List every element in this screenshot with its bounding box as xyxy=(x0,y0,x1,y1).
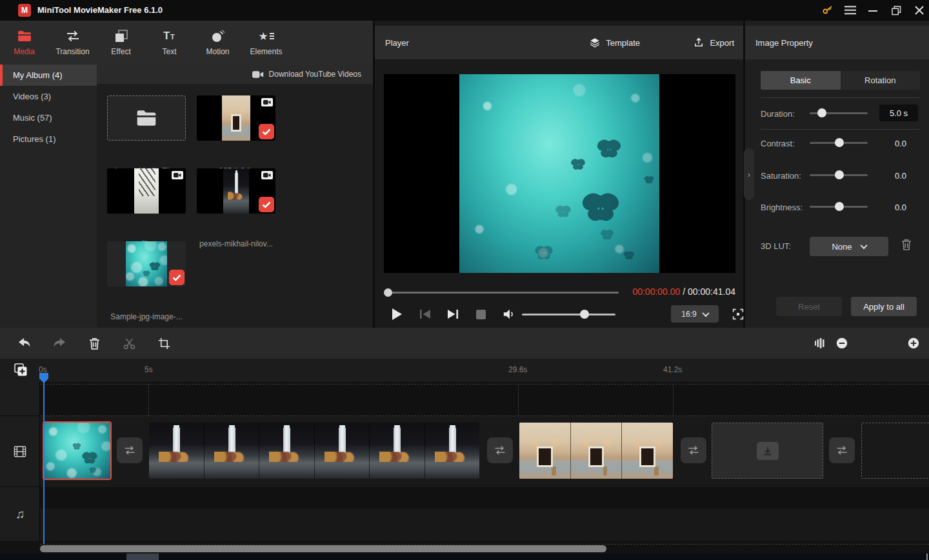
empty-clip-placeholder[interactable] xyxy=(861,423,929,479)
seek-handle[interactable] xyxy=(384,288,392,297)
aspect-ratio-value: 16:9 xyxy=(681,310,696,319)
duration-label: Duration: xyxy=(761,109,795,119)
ruler-tick: 5s xyxy=(145,365,153,374)
duration-handle[interactable] xyxy=(817,108,826,117)
delete-button[interactable] xyxy=(84,333,105,354)
split-scissors-button[interactable] xyxy=(119,333,139,354)
previous-frame-button[interactable] xyxy=(414,303,436,325)
sidebar-item-pictures[interactable]: Pictures (1) xyxy=(0,128,97,150)
tab-elements[interactable]: ★ Elements xyxy=(242,21,290,65)
import-media-button[interactable] xyxy=(107,95,186,141)
stop-button[interactable] xyxy=(470,303,492,325)
next-frame-button[interactable] xyxy=(442,303,464,325)
video-camera-icon xyxy=(252,70,264,79)
transition-icon xyxy=(494,445,506,455)
media-item-sample-jpg[interactable] xyxy=(107,241,186,286)
tab-rotation[interactable]: Rotation xyxy=(841,71,921,90)
text-track[interactable] xyxy=(40,487,929,508)
minimize-icon[interactable] xyxy=(864,3,881,18)
menu-icon[interactable] xyxy=(842,3,859,18)
lut-delete-icon[interactable] xyxy=(901,239,912,250)
apply-to-all-button[interactable]: Apply to all xyxy=(851,297,917,316)
transition-slot-button[interactable] xyxy=(117,437,143,463)
video-preview[interactable] xyxy=(384,74,735,273)
undo-button[interactable] xyxy=(14,333,35,354)
clip-pexels-video[interactable] xyxy=(149,423,479,479)
tab-media[interactable]: Media xyxy=(0,21,48,65)
panel-collapse-handle[interactable]: › xyxy=(744,148,754,200)
aspect-ratio-dropdown[interactable]: 16:9 xyxy=(671,305,719,323)
duration-slider[interactable] xyxy=(810,112,868,114)
download-youtube-bar[interactable]: Download YouTube Videos xyxy=(97,65,373,84)
transport-controls: 16:9 xyxy=(384,303,735,325)
register-key-icon[interactable] xyxy=(819,3,836,18)
seek-bar[interactable] xyxy=(385,292,619,294)
redo-button[interactable] xyxy=(49,333,70,354)
download-clip-icon xyxy=(757,442,779,460)
transition-slot-button[interactable] xyxy=(681,437,706,463)
tab-motion[interactable]: Motion xyxy=(194,21,242,65)
contrast-slider[interactable] xyxy=(810,142,868,144)
layers-icon xyxy=(589,37,601,48)
sidebar-item-my-album[interactable]: My Album (4) xyxy=(0,65,97,86)
tab-text[interactable]: TT Text xyxy=(145,21,194,65)
volume-icon[interactable] xyxy=(498,303,520,325)
add-track-icon[interactable] xyxy=(13,362,28,377)
media-item-pexels[interactable] xyxy=(197,168,275,214)
crop-button[interactable] xyxy=(154,333,174,354)
property-tabs: Basic Rotation xyxy=(761,71,920,90)
text-icon: TT xyxy=(163,29,175,43)
export-button[interactable]: Export xyxy=(693,37,734,48)
contrast-handle[interactable] xyxy=(835,138,844,147)
volume-slider[interactable] xyxy=(522,314,615,315)
sidebar-item-label: Pictures (1) xyxy=(13,134,55,144)
media-library-panel: Media Transition Effect TT Text xyxy=(0,21,373,328)
brightness-label: Brightness: xyxy=(761,203,803,212)
export-label: Export xyxy=(710,38,734,48)
sidebar-item-videos[interactable]: Videos (3) xyxy=(0,86,97,107)
timeline-ruler[interactable]: 0s 5s 29.6s 41.2s xyxy=(0,359,929,382)
tab-transition[interactable]: Transition xyxy=(48,21,97,65)
selected-check-icon xyxy=(259,124,274,139)
music-track[interactable] xyxy=(40,508,929,541)
selected-check-icon xyxy=(259,197,274,212)
sidebar-item-music[interactable]: Music (57) xyxy=(0,107,97,128)
reset-button[interactable]: Reset xyxy=(776,297,842,316)
transition-slot-button[interactable] xyxy=(829,437,855,463)
duration-value[interactable]: 5.0 s xyxy=(879,105,918,121)
ruler-tick: 29.6s xyxy=(508,365,527,374)
tab-basic[interactable]: Basic xyxy=(761,71,841,90)
seek-row: 00:00:00.00 / 00:00:41.04 xyxy=(384,286,735,298)
brightness-slider[interactable] xyxy=(810,206,868,208)
clip-225db9db-video[interactable] xyxy=(519,423,673,479)
track-gutter: ♫ xyxy=(0,382,40,542)
template-button[interactable]: Template xyxy=(589,37,640,48)
fit-timeline-icon[interactable] xyxy=(810,333,830,354)
zoom-in-button[interactable] xyxy=(903,333,924,354)
close-icon[interactable] xyxy=(911,3,928,18)
media-item-225db9db[interactable] xyxy=(197,95,275,141)
transition-slot-button[interactable] xyxy=(487,437,513,463)
title-bar: M MiniTool MovieMaker Free 6.1.0 xyxy=(0,0,929,21)
tab-label: Transition xyxy=(55,47,89,56)
overlay-track-header xyxy=(0,382,40,416)
saturation-handle[interactable] xyxy=(835,170,844,179)
overlay-track[interactable] xyxy=(40,382,929,416)
restore-icon[interactable] xyxy=(888,3,904,18)
timeline-horizontal-scrollbar[interactable] xyxy=(40,545,606,552)
media-item-file[interactable] xyxy=(107,168,186,214)
brightness-handle[interactable] xyxy=(835,202,844,211)
timecode: 00:00:00.00 / 00:00:41.04 xyxy=(632,286,735,297)
zoom-out-button[interactable] xyxy=(832,333,852,354)
preview-frame-image xyxy=(459,74,659,273)
saturation-value: 0.0 xyxy=(895,171,906,181)
music-track-header: ♫ xyxy=(0,487,40,542)
empty-clip-placeholder[interactable] xyxy=(712,423,823,479)
clip-sample-jpg[interactable] xyxy=(44,423,110,479)
play-button[interactable] xyxy=(386,303,408,325)
lut-dropdown[interactable]: None xyxy=(810,237,888,256)
tab-effect[interactable]: Effect xyxy=(97,21,145,65)
volume-handle[interactable] xyxy=(580,310,589,319)
saturation-slider[interactable] xyxy=(810,174,868,176)
transition-icon xyxy=(123,445,136,455)
